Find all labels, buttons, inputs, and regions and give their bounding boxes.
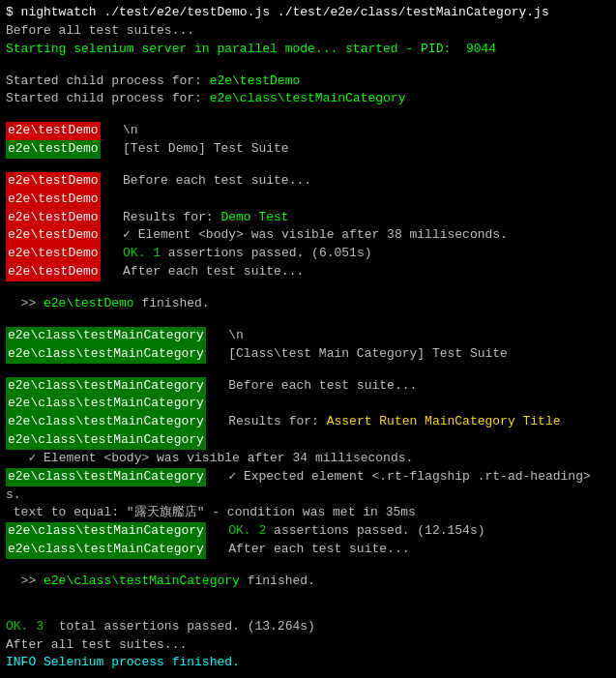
demo-finished-suffix: finished. (134, 295, 210, 313)
demo-tag-4: e2e\testDemo (6, 191, 101, 209)
starting-line: Starting selenium server in parallel mod… (6, 41, 610, 59)
blank-3 (6, 159, 610, 172)
demo-ok-suffix: assertions passed. (6.051s) (161, 245, 371, 263)
info-text: INFO Selenium process finished. (6, 654, 240, 672)
main-tag-3: e2e\class\testMainCategory (6, 377, 206, 396)
main-expected-line: e2e\class\testMainCategory ✓ Expected el… (6, 468, 610, 486)
demo-tag-2: e2e\testDemo (6, 140, 101, 159)
main-tag-7: e2e\class\testMainCategory (6, 468, 206, 486)
info-line: INFO Selenium process finished. (6, 654, 610, 672)
ok-total-suffix: total assertions passed. (13.264s) (44, 618, 315, 636)
main-tag-2: e2e\class\testMainCategory (6, 345, 206, 364)
main-n-text: \n (206, 327, 244, 345)
after-all-line: After all test suites... (6, 636, 610, 655)
main-blank-tag: e2e\class\testMainCategory (6, 395, 610, 413)
main-expected-cont-text: s. (6, 486, 21, 505)
demo-tag-7: e2e\testDemo (6, 245, 101, 263)
demo-tag-8: e2e\testDemo (6, 263, 101, 281)
demo-after-text: After each test suite... (101, 263, 305, 281)
demo-tag-3: e2e\testDemo (6, 172, 101, 191)
demo-tag-suite: e2e\testDemo [Test Demo] Test Suite (6, 140, 610, 159)
main-condition-text: text to equal: "露天旗艦店" - condition was m… (6, 504, 416, 522)
demo-ok-text: OK. 1 (123, 245, 161, 263)
blank-5 (6, 313, 610, 327)
demo-results-name: Demo Test (220, 209, 288, 227)
main-expected-text: ✓ Expected element <.rt-flagship .rt-ad-… (206, 468, 591, 486)
demo-ok: e2e\testDemo OK. 1 assertions passed. (6… (6, 245, 610, 263)
ok-total-text: OK. 3 (6, 618, 44, 636)
child-demo-prefix: Started child process for: (6, 73, 210, 91)
starting-text: Starting selenium server in parallel mod… (6, 41, 496, 59)
main-suite-text: [Class\test Main Category] Test Suite (206, 345, 508, 364)
main-before-text: Before each test suite... (206, 377, 417, 396)
main-tag-6: e2e\class\testMainCategory (6, 431, 206, 450)
main-tag-8: e2e\class\testMainCategory (6, 522, 206, 541)
main-expected-cont: s. (6, 486, 610, 505)
main-finished-prefix: >> (6, 573, 44, 591)
demo-after-each: e2e\testDemo After each test suite... (6, 263, 610, 281)
demo-ok-prefix (101, 245, 123, 263)
main-finished-name: e2e\class\testMainCategory (44, 573, 240, 591)
demo-before-each: e2e\testDemo Before each test suite... (6, 172, 610, 191)
main-visible-text: ✓ Element <body> was visible after 34 mi… (6, 450, 413, 468)
demo-suite-text: [Test Demo] Test Suite (101, 140, 289, 159)
blank-1 (6, 59, 610, 73)
demo-finished-prefix: >> (6, 295, 44, 313)
before-all-text: Before all test suites... (6, 22, 194, 41)
main-tag-5: e2e\class\testMainCategory (6, 413, 206, 431)
main-ok-text: OK. 2 (228, 522, 266, 541)
main-tag-9: e2e\class\testMainCategory (6, 541, 206, 559)
before-all-line: Before all test suites... (6, 22, 610, 41)
main-after-text: After each test suite... (206, 541, 410, 559)
blank-2 (6, 108, 610, 122)
blank-6 (6, 364, 610, 377)
main-before-each: e2e\class\testMainCategory Before each t… (6, 377, 610, 396)
child-main-prefix: Started child process for: (6, 90, 210, 108)
child-main-line: Started child process for: e2e\class\tes… (6, 90, 610, 108)
main-after-each: e2e\class\testMainCategory After each te… (6, 541, 610, 559)
main-tag-suite: e2e\class\testMainCategory [Class\test M… (6, 345, 610, 364)
command-line: $ nightwatch ./test/e2e/testDemo.js ./te… (6, 4, 610, 22)
blank-4 (6, 281, 610, 295)
main-ok: e2e\class\testMainCategory OK. 2 asserti… (6, 522, 610, 541)
main-tag-4: e2e\class\testMainCategory (6, 395, 206, 413)
child-main-name: e2e\class\testMainCategory (210, 90, 406, 108)
main-results-prefix: Results for: (206, 413, 327, 431)
ok-total-line: OK. 3 total assertions passed. (13.264s) (6, 618, 610, 636)
demo-tag-n: e2e\testDemo \n (6, 122, 610, 140)
terminal-output: $ nightwatch ./test/e2e/testDemo.js ./te… (6, 4, 610, 672)
main-results-name: Assert Ruten MainCategory Title (327, 413, 561, 431)
main-ok-prefix (206, 522, 228, 541)
demo-blank-tag: e2e\testDemo (6, 191, 610, 209)
main-tag-n: e2e\class\testMainCategory \n (6, 327, 610, 345)
demo-n-text: \n (101, 122, 138, 140)
command-text: $ nightwatch ./test/e2e/testDemo.js ./te… (6, 4, 549, 22)
child-demo-line: Started child process for: e2e\testDemo (6, 73, 610, 91)
blank-7 (6, 559, 610, 573)
blank-8 (6, 591, 610, 604)
demo-results-prefix: Results for: (101, 209, 221, 227)
demo-before-text: Before each test suite... (101, 172, 311, 191)
main-finished: >> e2e\class\testMainCategory finished. (6, 573, 610, 591)
demo-tag-1: e2e\testDemo (6, 122, 101, 140)
demo-visible-text: ✓ Element <body> was visible after 38 mi… (101, 226, 508, 245)
demo-results: e2e\testDemo Results for: Demo Test (6, 209, 610, 227)
child-demo-name: e2e\testDemo (210, 73, 301, 91)
after-all-text: After all test suites... (6, 636, 187, 655)
main-ok-suffix: assertions passed. (12.154s) (266, 522, 484, 541)
demo-visible: e2e\testDemo ✓ Element <body> was visibl… (6, 226, 610, 245)
demo-tag-5: e2e\testDemo (6, 209, 101, 227)
demo-finished-name: e2e\testDemo (44, 295, 134, 313)
main-finished-suffix: finished. (240, 573, 315, 591)
blank-9 (6, 604, 610, 618)
main-results: e2e\class\testMainCategory Results for: … (6, 413, 610, 431)
main-tag-1: e2e\class\testMainCategory (6, 327, 206, 345)
demo-tag-6: e2e\testDemo (6, 226, 101, 245)
demo-finished: >> e2e\testDemo finished. (6, 295, 610, 313)
main-condition-line: text to equal: "露天旗艦店" - condition was m… (6, 504, 610, 522)
main-visible-line: e2e\class\testMainCategory ✓ Element <bo… (6, 431, 610, 468)
